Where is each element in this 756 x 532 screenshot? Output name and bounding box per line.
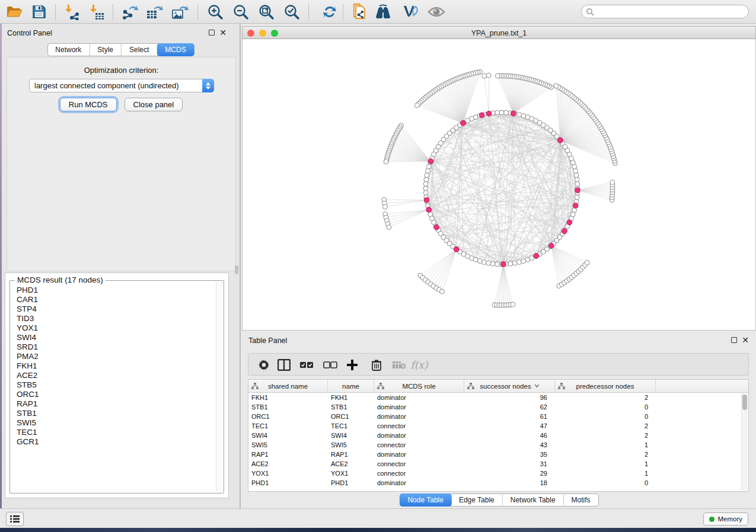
graph-node[interactable]: [481, 260, 486, 265]
column-header-successor-nodes[interactable]: successor nodes: [464, 380, 555, 392]
graph-node[interactable]: [495, 262, 500, 267]
select-all-icon[interactable]: [298, 357, 315, 373]
table-cell[interactable]: 35: [464, 451, 555, 458]
graph-node[interactable]: [486, 261, 491, 265]
table-cell[interactable]: ACE2: [248, 460, 328, 467]
graph-node[interactable]: [508, 261, 513, 266]
graph-hub-node[interactable]: [549, 243, 554, 248]
close-panel-icon[interactable]: ✕: [219, 30, 227, 36]
graph-hub-node[interactable]: [534, 254, 539, 259]
graph-node[interactable]: [490, 261, 495, 266]
table-cell[interactable]: connector: [374, 422, 464, 430]
node-table-scrollbar[interactable]: [741, 393, 748, 491]
table-cell[interactable]: ORC1: [328, 413, 374, 420]
save-session-icon[interactable]: [30, 3, 49, 21]
vizmapper-toggle-icon[interactable]: [401, 3, 420, 21]
graph-node[interactable]: [610, 180, 615, 185]
table-row[interactable]: SWI5SWI5connector431: [248, 440, 748, 450]
tab-network-table[interactable]: Network Table: [503, 494, 564, 506]
close-table-panel-icon[interactable]: ✕: [742, 337, 749, 343]
table-row[interactable]: ACE2ACE2connector311: [248, 459, 748, 469]
table-row[interactable]: SWI4SWI4dominator462: [248, 431, 748, 440]
graph-node[interactable]: [575, 177, 579, 182]
export-image-icon[interactable]: [171, 3, 190, 21]
table-cell[interactable]: dominator: [374, 451, 464, 458]
delete-trash-icon[interactable]: [368, 357, 385, 373]
run-mcds-button[interactable]: Run MCDS: [60, 98, 117, 111]
graph-node[interactable]: [572, 208, 577, 213]
table-cell[interactable]: 29: [464, 470, 555, 477]
optimization-criterion-dropdown[interactable]: largest connected component (undirected): [29, 79, 214, 92]
table-cell[interactable]: dominator: [374, 432, 464, 439]
table-cell[interactable]: RAP1: [248, 451, 328, 458]
node-table-scrollbar-thumb[interactable]: [742, 395, 747, 410]
eye-icon[interactable]: [427, 3, 446, 21]
table-cell[interactable]: YOX1: [328, 470, 374, 477]
column-header-predecessor-nodes[interactable]: predecessor nodes: [555, 380, 656, 392]
mcds-result-item[interactable]: YOX1: [11, 323, 215, 333]
graph-hub-node[interactable]: [558, 138, 563, 143]
zoom-selected-icon[interactable]: [282, 3, 301, 21]
graph-hub-node[interactable]: [573, 203, 578, 209]
graph-node[interactable]: [517, 112, 522, 117]
table-cell[interactable]: YOX1: [248, 470, 328, 477]
column-header-shared-name[interactable]: shared name: [248, 380, 328, 392]
search-input[interactable]: [594, 7, 748, 17]
graph-node[interactable]: [387, 225, 391, 229]
table-cell[interactable]: PHD1: [328, 479, 374, 486]
table-cell[interactable]: 61: [464, 413, 555, 420]
export-table-icon[interactable]: [145, 3, 164, 21]
table-cell[interactable]: 1: [555, 460, 656, 467]
mcds-result-item[interactable]: GCR1: [11, 437, 215, 447]
refresh-icon[interactable]: [320, 3, 339, 21]
tab-select[interactable]: Select: [122, 44, 157, 56]
mcds-result-item[interactable]: CAR1: [11, 295, 215, 305]
table-cell[interactable]: 31: [464, 460, 555, 467]
table-cell[interactable]: 2: [555, 394, 656, 401]
graph-hub-node[interactable]: [424, 197, 429, 203]
mcds-list-scrollbar[interactable]: [216, 282, 222, 492]
graph-node[interactable]: [575, 195, 579, 200]
graph-node[interactable]: [477, 259, 482, 264]
table-cell[interactable]: connector: [374, 441, 464, 448]
mcds-result-item[interactable]: RAP1: [11, 399, 215, 409]
mcds-result-item[interactable]: STP4: [11, 305, 215, 314]
mcds-result-item[interactable]: SWI4: [11, 333, 215, 342]
mcds-result-item[interactable]: PMA2: [11, 352, 215, 361]
mcds-result-item[interactable]: STB5: [11, 380, 215, 390]
graph-node[interactable]: [554, 84, 559, 88]
graph-node[interactable]: [575, 182, 580, 187]
graph-node[interactable]: [517, 260, 522, 265]
network-graph[interactable]: [243, 39, 755, 329]
graph-hub-node[interactable]: [501, 262, 506, 267]
control-panel-scrollbar-thumb[interactable]: [235, 265, 238, 274]
table-cell[interactable]: SWI4: [328, 432, 374, 439]
mcds-result-item[interactable]: SRD1: [11, 342, 215, 352]
graph-hub-node[interactable]: [426, 207, 432, 213]
open-session-icon[interactable]: [5, 3, 24, 21]
mcds-result-list[interactable]: PHD1CAR1STP4TID3YOX1SWI4SRD1PMA2FKH1ACE2…: [11, 286, 215, 492]
graph-hub-node[interactable]: [479, 113, 484, 118]
graph-hub-node[interactable]: [428, 159, 433, 164]
table-cell[interactable]: connector: [374, 460, 464, 467]
table-cell[interactable]: dominator: [374, 479, 464, 486]
table-cell[interactable]: PHD1: [248, 479, 328, 486]
table-cell[interactable]: 43: [464, 441, 555, 448]
add-plus-icon[interactable]: [344, 357, 361, 373]
table-cell[interactable]: SWI4: [248, 432, 328, 439]
graph-hub-node[interactable]: [434, 225, 439, 230]
tab-mcds[interactable]: MCDS: [157, 43, 194, 56]
graph-node[interactable]: [414, 103, 419, 108]
table-cell[interactable]: 0: [555, 403, 656, 411]
graph-node[interactable]: [440, 289, 445, 294]
table-cell[interactable]: TEC1: [248, 422, 328, 430]
table-row[interactable]: PHD1PHD1dominator180: [248, 478, 748, 488]
table-cell[interactable]: 1: [555, 470, 656, 477]
export-network-icon[interactable]: [120, 3, 139, 21]
graph-node[interactable]: [511, 302, 515, 307]
graph-node[interactable]: [423, 182, 428, 187]
graph-node[interactable]: [503, 110, 508, 115]
graph-node[interactable]: [423, 190, 428, 195]
table-row[interactable]: RAP1RAP1dominator352: [248, 450, 748, 459]
deselect-all-icon[interactable]: [322, 357, 339, 373]
